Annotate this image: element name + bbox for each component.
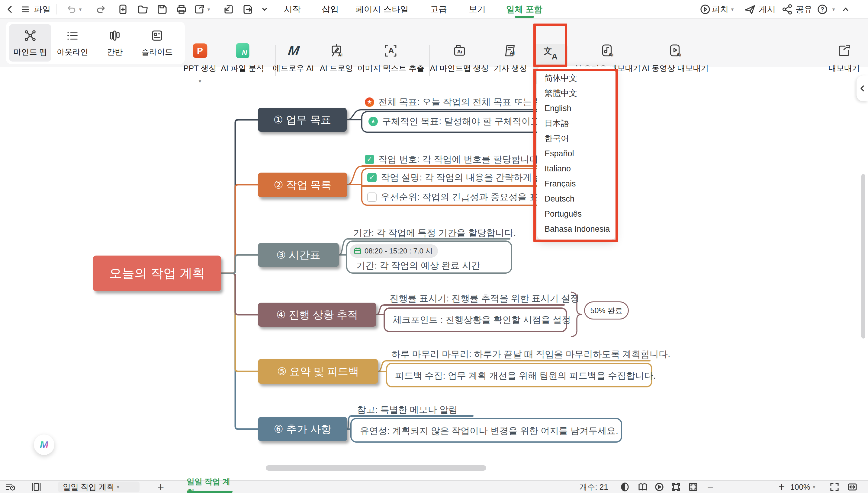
file-menu[interactable]: 파일 xyxy=(34,0,51,19)
subtopic[interactable]: ★ 전체 목표: 오늘 작업의 전체 목표 또는 목적 xyxy=(365,96,553,108)
subtopic[interactable]: ★ 구체적인 목표: 달성해야 할 구체적이고 작 xyxy=(368,115,551,127)
article-generate-button[interactable]: Ai 기사 생성 xyxy=(493,43,527,73)
image-text-extract-label: 이미지 텍스트 추출 xyxy=(357,63,424,73)
subtopic[interactable]: ✓ 작업 설명: 각 작업의 내용을 간략하게 설명 xyxy=(367,171,552,184)
view-mindmap-button[interactable]: 마인드 맵 xyxy=(9,24,51,62)
ppt-icon: P xyxy=(193,43,207,58)
redo-button[interactable] xyxy=(96,0,107,19)
collapse-toolbar-icon[interactable] xyxy=(841,0,850,19)
ai-video-export-label: AI 동영상 내보내기 xyxy=(642,63,709,73)
help-caret-icon[interactable]: ▾ xyxy=(830,0,835,19)
publish-icon[interactable] xyxy=(744,0,756,19)
share-icon[interactable] xyxy=(782,0,793,19)
subtopic[interactable]: 피드백 수집: 업무 계획 개선을 위해 팀원의 피드백을 수집합니다. xyxy=(395,370,656,382)
branch-node-2[interactable]: ② 작업 목록 xyxy=(258,173,347,197)
subtopic[interactable]: 기간: 각 작업에 특정 기간을 할당합니다. xyxy=(354,227,516,239)
fullscreen-icon[interactable] xyxy=(829,480,840,493)
menu-view[interactable]: 보기 xyxy=(469,0,486,19)
share-document-icon[interactable]: ▾ xyxy=(194,0,210,19)
article-generate-label: 기사 생성 xyxy=(493,63,527,73)
unchecked-checkbox-icon[interactable] xyxy=(367,192,377,202)
ai-audio-export-icon: Ai xyxy=(600,43,615,58)
sheet-selector[interactable]: 일일 작업 계획 ▾ xyxy=(58,481,140,492)
subtopic[interactable]: 하루 마무리 마무리: 하루가 끝날 때 작업을 마무리하도록 계획합니다. xyxy=(391,348,670,360)
time-tag[interactable]: 08:20 - 15:20 : 7.0 시 xyxy=(350,244,438,258)
print-icon[interactable] xyxy=(176,0,187,19)
svg-text:A: A xyxy=(388,46,394,55)
page-layout-icon[interactable] xyxy=(31,480,42,493)
subtopic[interactable]: 기간: 각 작업의 예상 완료 시간 xyxy=(356,259,480,272)
ppt-generate-button[interactable]: P PPT 생성 ▾ xyxy=(183,43,216,84)
fit-content-icon[interactable] xyxy=(671,480,681,493)
view-outline-button[interactable]: 아웃라인 xyxy=(51,24,94,62)
divider xyxy=(57,4,57,15)
subtopic[interactable]: 우선순위: 작업의 긴급성과 중요성을 표시합 xyxy=(367,191,557,203)
view-slides-button[interactable]: 슬라이드 xyxy=(136,24,178,62)
top-bar: 파일 ▾ ▾ 시작 삽입 페이지 스타일 고급 보기 일체 포함 피치▾ xyxy=(0,0,868,19)
branch-node-1[interactable]: ① 업무 목표 xyxy=(258,108,347,132)
menu-all-in-one[interactable]: 일체 포함 xyxy=(506,0,542,19)
image-text-extract-button[interactable]: A 이미지 텍스트 추출 xyxy=(357,43,424,73)
ai-mindmap-generate-button[interactable]: Ai AI 마인드맵 생성 xyxy=(430,43,489,73)
subtopic[interactable]: 진행률 표시기: 진행률 추적을 위한 표시기 설정 xyxy=(390,292,579,304)
zoom-out-button[interactable]: − xyxy=(707,480,713,493)
checked-checkbox-icon[interactable]: ✓ xyxy=(365,155,374,164)
zoom-level[interactable]: 100%▾ xyxy=(790,480,815,493)
branch-node-5[interactable]: ⑤ 요약 및 피드백 xyxy=(258,359,378,384)
branch-node-3[interactable]: ③ 시간표 xyxy=(258,243,339,267)
ai-file-analysis-button[interactable]: N AI 파일 분석 xyxy=(221,43,264,73)
root-node[interactable]: 오늘의 작업 계획 xyxy=(93,256,221,291)
export-button[interactable]: 내보내기 xyxy=(828,43,860,73)
menu-start[interactable]: 시작 xyxy=(284,0,301,19)
export-document-icon[interactable] xyxy=(242,0,254,19)
ppt-generate-label: PPT 생성 xyxy=(183,63,216,73)
fit-width-icon[interactable] xyxy=(847,480,857,493)
new-document-icon[interactable] xyxy=(117,0,129,19)
sheet-list-icon[interactable] xyxy=(4,480,16,493)
zoom-in-button[interactable]: + xyxy=(778,480,785,493)
publish-button[interactable]: 게시 xyxy=(759,0,775,19)
article-generate-icon: Ai xyxy=(503,43,518,58)
right-panel-collapse-tab[interactable] xyxy=(856,76,868,101)
hamburger-menu-icon[interactable] xyxy=(20,0,31,19)
active-sheet-tab[interactable]: 일일 작업 계획 xyxy=(187,480,233,493)
branch-node-6[interactable]: ⑥ 추가 사항 xyxy=(258,417,347,441)
open-file-icon[interactable] xyxy=(137,0,148,19)
save-icon[interactable] xyxy=(157,0,168,19)
subtopic[interactable]: 체크포인트 : 진행상황을 확인할 시점을 설정 xyxy=(392,314,571,326)
navigation-map-icon[interactable] xyxy=(638,480,648,493)
horizontal-scrollbar[interactable] xyxy=(266,465,486,471)
ai-drawing-button[interactable]: Ai AI 드로잉 xyxy=(320,43,353,73)
mouse-mode-icon[interactable] xyxy=(620,480,630,493)
undo-caret-icon[interactable]: ▾ xyxy=(79,6,82,13)
import-icon[interactable] xyxy=(223,0,234,19)
branch-node-4[interactable]: ④ 진행 상황 추적 xyxy=(258,303,376,327)
ai-video-export-button[interactable]: Ai AI 동영상 내보내기 xyxy=(642,43,709,73)
expand-view-icon[interactable] xyxy=(688,480,698,493)
more-tools-chevron-icon[interactable] xyxy=(261,0,268,19)
menu-insert[interactable]: 삽입 xyxy=(322,0,339,19)
pitch-button[interactable]: 피치▾ xyxy=(712,0,734,19)
undo-button[interactable]: ▾ xyxy=(66,0,82,19)
checked-checkbox-icon[interactable]: ✓ xyxy=(367,173,377,182)
edraw-ai-button[interactable]: M 에드로우 AI xyxy=(273,43,314,73)
subtopic[interactable]: 유연성: 계획되지 않은 작업이나 변경을 위한 여지를 남겨두세요. xyxy=(360,425,618,437)
edrawmind-logo[interactable]: M xyxy=(34,434,54,455)
subtopic[interactable]: ✓ 작업 번호: 각 작업에 번호를 할당합니다. xyxy=(365,153,541,165)
red-star-icon: ★ xyxy=(365,98,374,107)
menu-page-style[interactable]: 페이지 스타일 xyxy=(356,0,409,19)
vertical-scrollbar[interactable] xyxy=(861,174,865,339)
ppt-caret-icon: ▾ xyxy=(199,78,201,84)
progress-badge[interactable]: 50% 완료 xyxy=(584,301,629,320)
menu-advanced[interactable]: 고급 xyxy=(430,0,447,19)
add-sheet-button[interactable]: + xyxy=(157,480,164,493)
help-icon[interactable]: ? xyxy=(817,0,828,19)
back-icon[interactable] xyxy=(5,0,15,19)
share-button[interactable]: 공유 xyxy=(795,0,812,19)
view-kanban-button[interactable]: 칸반 xyxy=(94,24,136,62)
subtopic[interactable]: 참고: 특별한 메모나 알림 xyxy=(357,404,458,416)
pitch-play-icon[interactable] xyxy=(700,0,711,19)
calendar-icon xyxy=(354,247,362,255)
share-document-caret-icon[interactable]: ▾ xyxy=(207,6,210,13)
presentation-play-icon[interactable] xyxy=(654,480,664,493)
